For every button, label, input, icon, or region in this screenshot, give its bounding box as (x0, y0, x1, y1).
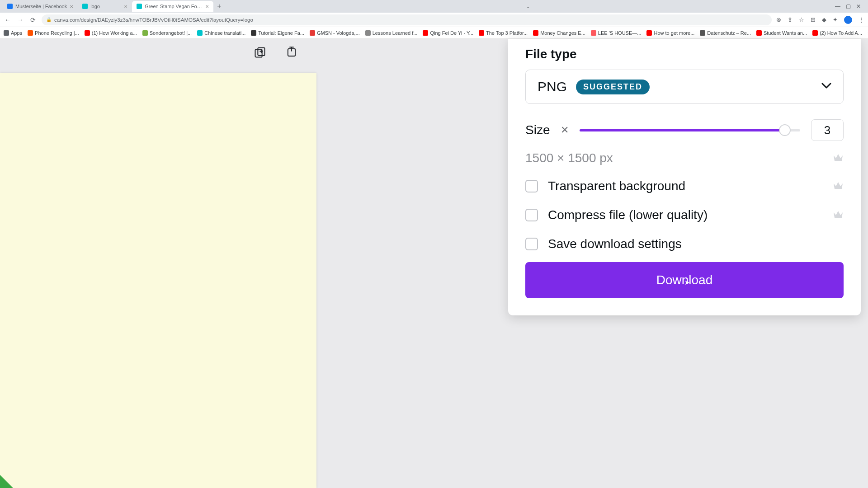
close-icon[interactable]: ✕ (70, 4, 73, 9)
size-row: Size ✕ (525, 119, 844, 141)
tab-title: logo (90, 4, 121, 9)
browser-tab-active[interactable]: Green Stamp Vegan Food Res ✕ (132, 1, 213, 12)
cursor-icon: ➤ (684, 279, 690, 286)
reload-icon[interactable]: ⟳ (29, 16, 37, 23)
puzzle-icon[interactable]: ✦ (833, 16, 838, 23)
minimize-icon[interactable]: ― (835, 3, 840, 9)
forward-icon[interactable]: → (16, 16, 24, 23)
bookmark-item[interactable]: (1) How Working a... (85, 30, 137, 36)
maximize-icon[interactable]: ▢ (846, 3, 851, 9)
slider-fill (580, 129, 784, 131)
bookmark-item[interactable]: Sonderangebot! |... (142, 30, 192, 36)
checkbox-label: Transparent background (548, 179, 685, 193)
save-settings-option[interactable]: Save download settings (525, 237, 844, 251)
apps-button[interactable]: Apps (4, 30, 22, 36)
suggested-badge: SUGGESTED (576, 80, 650, 94)
bookmark-item[interactable]: (2) How To Add A... (812, 30, 862, 36)
dimensions-row: 1500 × 1500 px (525, 151, 844, 165)
browser-chrome: Musterseite | Facebook ✕ logo ✕ Green St… (0, 0, 868, 39)
bookmark-item[interactable]: Lessons Learned f... (365, 30, 418, 36)
bookmark-item[interactable]: Money Changes E... (533, 30, 585, 36)
bookmark-item[interactable]: How to get more... (646, 30, 694, 36)
menu-icon[interactable]: ⋮ (859, 16, 864, 23)
window-controls: ― ▢ ✕ (835, 3, 865, 9)
favicon (142, 30, 148, 36)
bookmark-icon[interactable]: ☆ (799, 16, 804, 23)
favicon (310, 30, 315, 36)
chevron-down-icon[interactable]: ⌄ (526, 4, 530, 9)
filetype-value: PNG (538, 79, 567, 94)
slider-thumb[interactable] (779, 124, 791, 136)
browser-tab[interactable]: Musterseite | Facebook ✕ (3, 1, 78, 12)
bookmark-item[interactable]: Datenschutz – Re... (700, 30, 751, 36)
url-field[interactable]: 🔒 canva.com/design/DAEyziy3z3s/hnwTOBrJB… (42, 14, 772, 25)
favicon (82, 4, 88, 9)
extension-icon[interactable]: ⊞ (811, 16, 816, 23)
close-icon[interactable]: ✕ (205, 4, 209, 9)
canvas-corner-decoration (0, 475, 14, 488)
avatar[interactable] (844, 16, 852, 24)
download-panel: File type PNG SUGGESTED Size ✕ 1500 × 15… (508, 39, 861, 315)
add-page-icon[interactable] (285, 46, 298, 59)
size-label: Size (525, 123, 550, 137)
bookmark-item[interactable]: LEE 'S HOUSE—... (591, 30, 642, 36)
favicon (812, 30, 818, 36)
favicon (591, 30, 596, 36)
canvas-toolbar (253, 46, 298, 59)
tab-title: Green Stamp Vegan Food Res (145, 4, 203, 9)
extension-icon[interactable]: ◆ (822, 16, 826, 23)
content-area: File type PNG SUGGESTED Size ✕ 1500 × 15… (0, 39, 868, 488)
size-input[interactable] (811, 119, 844, 141)
size-slider[interactable] (580, 124, 800, 136)
url-text: canva.com/design/DAEyziy3z3s/hnwTOBrJBVv… (54, 17, 253, 23)
favicon (85, 30, 90, 36)
dimensions-text: 1500 × 1500 px (525, 151, 613, 165)
translate-icon[interactable]: ⊗ (776, 16, 781, 23)
bookmark-item[interactable]: Chinese translati... (197, 30, 245, 36)
address-bar-icons: ⊗ ⇪ ☆ ⊞ ◆ ✦ ⋮ (776, 16, 864, 24)
favicon (197, 30, 203, 36)
share-icon[interactable]: ⇪ (788, 16, 793, 23)
multiply-icon: ✕ (561, 124, 569, 136)
file-type-heading: File type (525, 47, 844, 61)
close-window-icon[interactable]: ✕ (856, 3, 861, 9)
bookmark-item[interactable]: GMSN - Vologda,... (310, 30, 360, 36)
duplicate-page-icon[interactable] (253, 46, 267, 59)
favicon (365, 30, 371, 36)
favicon (756, 30, 762, 36)
address-bar: ← → ⟳ 🔒 canva.com/design/DAEyziy3z3s/hnw… (0, 13, 868, 27)
checkbox[interactable] (525, 209, 538, 221)
favicon (700, 30, 705, 36)
apps-icon (4, 30, 9, 36)
favicon (137, 4, 142, 9)
transparent-bg-option[interactable]: Transparent background (525, 179, 844, 193)
favicon (423, 30, 428, 36)
bookmark-item[interactable]: Phone Recycling |... (28, 30, 79, 36)
bookmark-item[interactable]: Qing Fei De Yi - Y... (423, 30, 473, 36)
filetype-select[interactable]: PNG SUGGESTED (525, 70, 844, 104)
bookmark-item[interactable]: The Top 3 Platfor... (479, 30, 528, 36)
browser-tab[interactable]: logo ✕ (78, 1, 132, 12)
close-icon[interactable]: ✕ (124, 4, 127, 9)
checkbox[interactable] (525, 238, 538, 250)
checkbox[interactable] (525, 180, 538, 192)
design-canvas[interactable] (0, 73, 316, 488)
favicon (251, 30, 256, 36)
crown-icon (833, 210, 844, 221)
checkbox-label: Save download settings (548, 237, 682, 251)
favicon (7, 4, 13, 9)
tab-title: Musterseite | Facebook (15, 4, 67, 9)
tab-bar: Musterseite | Facebook ✕ logo ✕ Green St… (0, 0, 868, 13)
checkbox-label: Compress file (lower quality) (548, 208, 708, 222)
favicon (533, 30, 538, 36)
favicon (479, 30, 484, 36)
crown-icon (833, 153, 844, 164)
lock-icon: 🔒 (46, 17, 52, 22)
download-button[interactable]: Download ➤ (525, 262, 844, 298)
bookmark-item[interactable]: Tutorial: Eigene Fa... (251, 30, 304, 36)
compress-file-option[interactable]: Compress file (lower quality) (525, 208, 844, 222)
back-icon[interactable]: ← (4, 16, 12, 23)
favicon (28, 30, 33, 36)
new-tab-button[interactable]: + (213, 2, 225, 10)
bookmark-item[interactable]: Student Wants an... (756, 30, 807, 36)
